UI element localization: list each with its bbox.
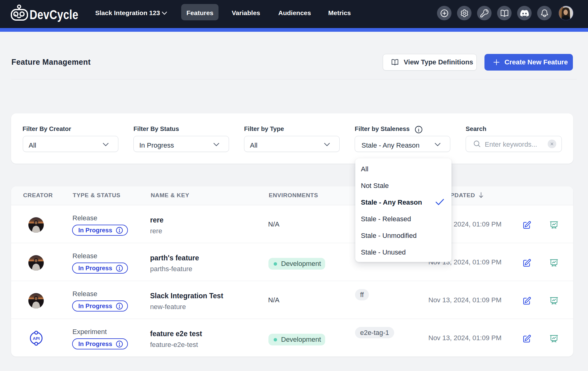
svg-text:API: API [33,336,40,341]
